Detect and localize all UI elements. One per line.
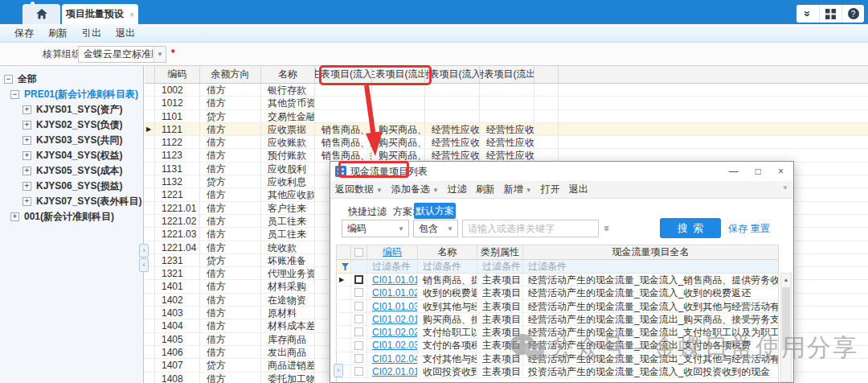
filter-cell[interactable]: 过滤条件	[523, 260, 778, 273]
tab-active[interactable]: 项目批量预设 ×	[62, 4, 138, 24]
collapse-icon[interactable]: −	[4, 75, 13, 84]
column-header[interactable]: 附表项目(流出)	[480, 66, 534, 83]
dialog-table-scrollbar[interactable]: ▲	[780, 273, 792, 382]
row-checkbox[interactable]	[351, 274, 367, 286]
tree-item[interactable]: +KJYS07_SYS(表外科目)	[0, 194, 143, 209]
column-header[interactable]: 名称	[418, 245, 477, 259]
tree-item[interactable]: +KJYS01_SYS(资产)	[0, 102, 143, 117]
dialog-splitter-expand-icon[interactable]: ›	[334, 364, 343, 377]
table-row[interactable]: ▶1121借方应收票据销售商品、提...购买商品、接...经营性应收项...经营…	[145, 123, 868, 136]
apps-button[interactable]	[819, 5, 841, 23]
tree-item[interactable]: +001(新会计准则科目)	[0, 209, 143, 224]
list-item[interactable]: CI01.02.03支付的各项税费主表项目经营活动产生的现金流量_现金流出_支付…	[337, 339, 778, 352]
tree-item[interactable]: −PRE01(新会计准则科目表)	[0, 87, 143, 102]
filter-funnel-icon[interactable]	[337, 260, 351, 273]
code-link[interactable]: CI01.02.01	[372, 314, 418, 325]
expand-icon[interactable]: +	[23, 167, 31, 175]
column-header[interactable]: 名称	[261, 66, 315, 83]
row-checkbox[interactable]	[351, 313, 367, 325]
table-row[interactable]: 1101贷方交易性金融资产	[145, 110, 868, 123]
export-button[interactable]: 引出	[82, 27, 101, 40]
dialog-close-button[interactable]: ×	[778, 166, 784, 177]
scrollbar-thumb[interactable]	[782, 287, 790, 350]
dialog-toolbar-返回数据[interactable]: 返回数据▼	[335, 183, 383, 196]
expand-icon[interactable]: +	[23, 105, 31, 114]
list-item[interactable]: CI01.01.02收到的税费返还主表项目经营活动产生的现金流量_现金流入_收到…	[337, 286, 778, 299]
list-item[interactable]: ▶CI01.01.01销售商品、提供劳主表项目经营活动产生的现金流量_现金流入_…	[337, 274, 778, 286]
code-link[interactable]: CI01.02.03	[372, 340, 418, 351]
collapse-toolbar-button[interactable]: »	[796, 5, 819, 23]
expand-filter-icon[interactable]: »	[601, 225, 613, 231]
column-header[interactable]: 编码	[367, 245, 418, 259]
select-all-checkbox[interactable]	[351, 245, 367, 259]
row-checkbox[interactable]	[351, 326, 367, 338]
tree-item[interactable]: +KJYS06_SYS(损益)	[0, 179, 143, 194]
save-button[interactable]: 保存	[14, 27, 34, 40]
splitter-expand-icon[interactable]: ›	[139, 244, 149, 257]
collapse-icon[interactable]: −	[10, 90, 19, 99]
code-link[interactable]: CI02.01.01	[372, 366, 418, 377]
filter-cell[interactable]: 过滤条件	[418, 260, 477, 273]
dialog-toolbar-打开[interactable]: 打开	[541, 183, 560, 196]
tree-item[interactable]: +KJYS04_SYS(权益)	[0, 148, 143, 163]
default-scheme-button[interactable]: 默认方案	[414, 203, 456, 219]
expand-icon[interactable]: +	[10, 212, 19, 221]
column-header[interactable]: 编码	[155, 66, 200, 83]
tree-item[interactable]: −全部	[0, 72, 143, 87]
column-header[interactable]: 现金流量项目全名	[523, 245, 778, 259]
filter-operator-select[interactable]: 包含 ▼	[413, 220, 458, 237]
dialog-toolbar-过滤[interactable]: 过滤	[448, 183, 467, 196]
filter-cell[interactable]: 过滤条件	[477, 260, 523, 273]
table-row[interactable]: 1012借方其他货币资金	[145, 97, 868, 109]
scroll-up-icon[interactable]: ▲	[781, 274, 791, 285]
column-header[interactable]: 附表项目(流入)	[425, 66, 480, 83]
splitter-collapse-icon[interactable]: ‹	[139, 258, 149, 272]
list-item[interactable]: CI01.02.01购买商品、接受劳主表项目经营活动产生的现金流量_现金流出_购…	[337, 313, 778, 326]
tree-item[interactable]: +KJYS05_SYS(成本)	[0, 163, 143, 179]
row-checkbox[interactable]	[351, 365, 367, 377]
column-header[interactable]: 类别属性	[477, 245, 523, 259]
help-button[interactable]: ?	[841, 5, 864, 23]
list-item[interactable]: CI01.01.03收到其他与经营活主表项目经营活动产生的现金流量_现金流入_收…	[337, 300, 778, 313]
code-link[interactable]: CI01.01.03	[372, 301, 418, 312]
dialog-toolbar-新增[interactable]: 新增▼	[504, 183, 532, 196]
code-link[interactable]: CI01.01.01	[372, 274, 418, 286]
list-item[interactable]: CI01.02.02支付给职工以及为主表项目经营活动产生的现金流量_现金流出_支…	[337, 326, 778, 339]
tab-close-icon[interactable]: ×	[129, 10, 134, 19]
dialog-toolbar-退出[interactable]: 退出	[569, 183, 588, 196]
filter-cell[interactable]	[351, 260, 367, 273]
reset-link[interactable]: 重置	[751, 222, 770, 236]
keyword-input[interactable]	[462, 220, 599, 237]
code-link[interactable]: CI01.02.04	[372, 353, 418, 364]
save-scheme-link[interactable]: 保存	[728, 222, 747, 236]
dialog-minimize-button[interactable]: —	[729, 166, 739, 177]
toolbar-more-icon[interactable]: ▼	[782, 184, 788, 192]
row-checkbox[interactable]	[351, 300, 367, 312]
expand-icon[interactable]: +	[23, 182, 31, 191]
expand-icon[interactable]: +	[23, 121, 31, 130]
expand-icon[interactable]: +	[23, 197, 31, 206]
table-row[interactable]: 1122借方应收账款销售商品、提...购买商品、接...经营性应收项...经营性…	[145, 136, 868, 149]
dialog-toolbar-添加备选[interactable]: 添加备选▼	[391, 183, 439, 196]
row-checkbox[interactable]	[351, 286, 367, 299]
filter-cell[interactable]: 过滤条件	[367, 260, 418, 273]
expand-icon[interactable]: +	[23, 136, 31, 145]
tab-home[interactable]	[23, 4, 60, 24]
dialog-toolbar-刷新[interactable]: 刷新	[476, 183, 495, 196]
list-item[interactable]: CI01.02.04支付其他与经营活主表项目经营活动产生的现金流量_现金流出_支…	[337, 352, 778, 365]
dialog-maximize-button[interactable]: □	[755, 166, 761, 177]
list-item[interactable]: CI02.01.01收回投资收到的现主表项目投资活动产生的现金流量_现金流入_收…	[337, 365, 778, 378]
exit-button[interactable]: 退出	[116, 27, 135, 40]
filter-field-select[interactable]: 编码 ▼	[342, 220, 409, 237]
code-link[interactable]: CI01.02.02	[372, 327, 418, 338]
table-row[interactable]: 1002借方银行存款	[145, 84, 868, 97]
row-checkbox[interactable]	[351, 339, 367, 351]
refresh-button[interactable]: 刷新	[48, 27, 68, 40]
column-header[interactable]: 余额方向	[200, 66, 261, 83]
search-button[interactable]: 搜索	[660, 218, 721, 238]
org-select[interactable]: 金蝶云星空标准版 ▼	[78, 46, 166, 63]
tree-item[interactable]: +KJYS02_SYS(负债)	[0, 117, 143, 133]
code-link[interactable]: CI01.01.02	[372, 287, 418, 299]
expand-icon[interactable]: +	[23, 151, 31, 160]
tree-item[interactable]: +KJYS03_SYS(共同)	[0, 133, 143, 148]
